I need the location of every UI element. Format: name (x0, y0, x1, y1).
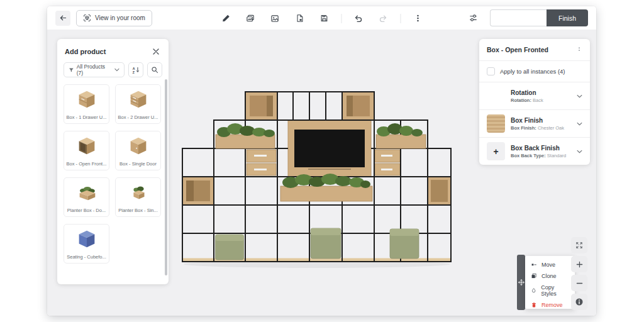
panel-scrollbar[interactable] (165, 79, 167, 275)
pencil-icon (221, 14, 230, 23)
section-sub-label: Box Finish: (511, 125, 536, 131)
product-grid: Box - 1 Drawer U... Box - 2 Drawer U... … (57, 77, 169, 270)
context-menu-item-clone[interactable]: Clone (525, 270, 575, 282)
product-label: Box - 2 Drawer U... (116, 113, 160, 123)
sliders-icon (469, 13, 478, 23)
image-icon (270, 14, 280, 23)
svg-text:Z: Z (132, 70, 135, 74)
save-button[interactable] (316, 11, 331, 26)
product-label: Planter Box - Sin... (116, 206, 160, 216)
product-filter-dropdown[interactable]: All Products (7) (64, 62, 125, 77)
section-sub-label: Rotation: (511, 97, 531, 103)
context-menu-label: Remove (541, 302, 563, 308)
settings-sliders-button[interactable] (466, 11, 481, 26)
product-card-box-1-drawer[interactable]: Box - 1 Drawer U... (64, 84, 109, 124)
product-thumbnail (116, 85, 160, 113)
close-panel-button[interactable] (151, 47, 161, 57)
product-card-planter-single[interactable]: Planter Box - Sin... (115, 177, 161, 217)
product-thumbnail (64, 131, 109, 160)
toolbar-divider (400, 14, 401, 23)
finish-group: Finish (490, 9, 588, 26)
product-label: Planter Box - Do... (64, 206, 109, 216)
panel-menu-icon[interactable] (576, 47, 582, 53)
toolbar-divider (341, 14, 341, 23)
box-back-finish-section[interactable]: + Box Back Finish Box Back Type: Standar… (479, 138, 590, 165)
project-name-input[interactable] (490, 9, 547, 26)
info-icon (575, 297, 584, 306)
close-icon (153, 48, 159, 55)
product-label: Box - Single Door (116, 160, 160, 170)
chevron-down-icon (577, 94, 582, 98)
product-card-box-single-door[interactable]: Box - Single Door (115, 131, 161, 170)
wood-swatch-thumbnail (487, 114, 505, 133)
product-thumbnail (116, 178, 160, 206)
info-button[interactable] (571, 294, 587, 310)
section-sub-label: Box Back Type: (511, 153, 546, 158)
zoom-out-button[interactable] (571, 275, 587, 291)
export-file-button[interactable] (292, 11, 307, 26)
context-menu-label: Move (541, 262, 555, 268)
product-card-planter-double[interactable]: Planter Box - Do... (64, 177, 109, 217)
add-product-panel: Add product All Products (7) AZ (57, 39, 169, 284)
chevron-down-icon (577, 150, 582, 153)
context-menu-item-remove[interactable]: Remove (525, 299, 575, 311)
context-menu-list: Move Clone Copy Styles Remove (525, 256, 575, 309)
product-card-box-2-drawer[interactable]: Box - 2 Drawer U... (115, 84, 161, 124)
trash-icon (531, 302, 537, 308)
object-context-menu: Move Clone Copy Styles Remove (517, 255, 575, 310)
product-thumbnail (64, 85, 109, 113)
svg-text:A: A (132, 66, 135, 70)
export-images-button[interactable] (243, 11, 258, 26)
undo-icon (354, 14, 364, 23)
top-toolbar: View in your room (47, 6, 596, 30)
section-sub-value: Back (533, 97, 543, 103)
apply-all-label: Apply to all instances (4) (500, 68, 565, 75)
section-title: Box Back Finish (511, 145, 571, 152)
view-in-your-room-label: View in your room (95, 14, 145, 21)
redo-icon (379, 14, 388, 23)
minus-icon (576, 280, 583, 287)
desktop-background: View in your room (0, 0, 644, 322)
save-floppy-icon (319, 14, 328, 23)
rotation-thumb-placeholder (487, 87, 505, 105)
product-card-seating-cube[interactable]: Seating - Cubefo... (64, 224, 109, 264)
context-menu-item-copy-styles[interactable]: Copy Styles (525, 282, 575, 299)
section-title: Rotation (511, 89, 571, 96)
design-canvas[interactable]: Add product All Products (7) AZ (47, 30, 596, 316)
funnel-icon (69, 67, 74, 73)
box-finish-section[interactable]: Box Finish Box Finish: Chester Oak (479, 110, 590, 138)
kebab-menu-icon (413, 14, 422, 23)
zoom-in-button[interactable] (571, 256, 587, 272)
search-button[interactable] (147, 62, 162, 77)
view-in-your-room-button[interactable]: View in your room (76, 10, 152, 26)
plus-thumbnail: + (487, 142, 505, 160)
filter-label: All Products (7) (77, 64, 112, 76)
context-menu-drag-handle[interactable] (517, 255, 525, 310)
back-button[interactable] (55, 11, 70, 26)
ar-cube-icon (83, 14, 91, 22)
more-options-button[interactable] (410, 11, 425, 26)
sort-az-icon: AZ (132, 66, 140, 74)
context-menu-item-move[interactable]: Move (525, 259, 575, 270)
back-arrow-icon (59, 14, 67, 22)
apply-all-checkbox[interactable] (487, 67, 495, 75)
search-icon (151, 66, 158, 74)
selection-properties-panel: Box - Open Fronted Apply to all instance… (479, 39, 590, 165)
paint-drop-icon (531, 287, 536, 294)
rotation-section[interactable]: Rotation Rotation: Back (479, 82, 590, 110)
edit-pencil-button[interactable] (218, 11, 233, 26)
redo-button[interactable] (375, 11, 391, 26)
product-thumbnail (116, 131, 160, 160)
undo-button[interactable] (351, 11, 366, 26)
add-product-title: Add product (65, 48, 106, 55)
finish-button[interactable]: Finish (547, 9, 588, 26)
sort-az-button[interactable]: AZ (128, 62, 143, 77)
product-card-box-open-fronted[interactable]: Box - Open Front... (64, 131, 109, 170)
clone-icon (531, 273, 537, 279)
zoom-fit-button[interactable] (571, 237, 587, 253)
photos-icon (246, 14, 255, 23)
section-sub-value: Chester Oak (538, 125, 564, 131)
document-icon (295, 14, 304, 23)
snapshot-button[interactable] (267, 11, 282, 26)
shelving-3d-render[interactable] (176, 86, 453, 269)
